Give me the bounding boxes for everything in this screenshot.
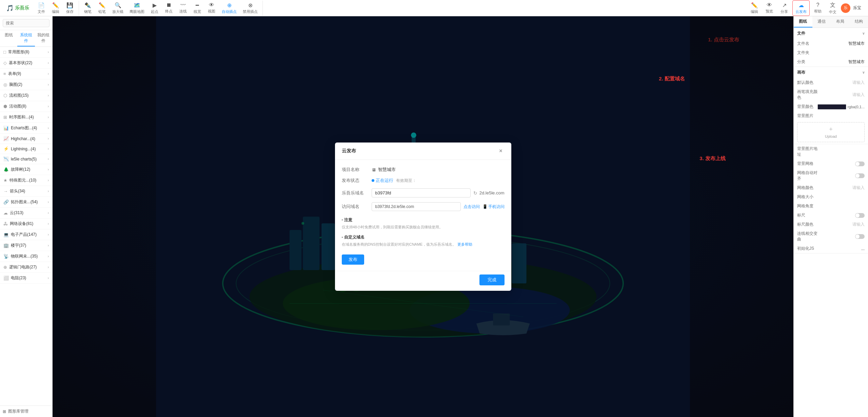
arrows-icon: → <box>3 189 8 194</box>
cloud-publish-button[interactable]: ☁ 云发布 <box>792 0 810 16</box>
sidebar-item-common-shapes[interactable]: □常用图形(8) › <box>0 47 52 58</box>
access-url-input[interactable] <box>372 202 461 211</box>
sidebar-item-topology[interactable]: 🔗拓扑图未...(54) › <box>0 197 52 208</box>
save-button[interactable]: 💾 保存 <box>63 1 77 16</box>
grid-align-toggle[interactable] <box>855 173 865 178</box>
mobile-link[interactable]: 📱 手机访问 <box>482 204 505 210</box>
building-icon: 🏢 <box>3 243 9 248</box>
note1-title: - 注意 <box>342 217 505 223</box>
publish-button[interactable]: 发布 <box>342 254 364 265</box>
view-label: 视图 <box>208 9 215 14</box>
sidebar-item-highcharts[interactable]: 📈Highchar...(4) › <box>0 134 52 144</box>
auto-insert-button[interactable]: ⊕ 自动插点 <box>219 1 239 16</box>
sidebar-item-arrows[interactable]: →箭头(34) › <box>0 186 52 197</box>
modal-close-button[interactable]: × <box>497 147 504 155</box>
sidebar-item-mind-map[interactable]: ◎脑图(2) › <box>0 79 52 90</box>
chevron-icon-12: › <box>48 168 49 171</box>
disable-insert-label: 禁用插点 <box>243 9 258 14</box>
language-button[interactable]: 文 中文 <box>826 0 840 16</box>
ruler-row: 标尺 <box>794 211 868 220</box>
preview-button[interactable]: 👁 预览 <box>763 1 776 15</box>
view-button[interactable]: 👁 视图 <box>205 1 218 15</box>
plus-icon: + <box>829 126 833 133</box>
map-button[interactable]: 🗺️ 鹰眼地图 <box>127 1 147 16</box>
sidebar-item-lightning[interactable]: ⚡Lightning...(4) › <box>0 144 52 154</box>
line-curve-toggle[interactable] <box>855 234 865 239</box>
tab-system-components[interactable]: 系统组件 <box>17 30 35 46</box>
file-section-chevron: ∨ <box>862 32 865 35</box>
access-link[interactable]: 点击访问 <box>463 204 480 210</box>
project-name-label: 项目名称 <box>342 167 369 173</box>
zoom-icon: 🔍 <box>115 2 121 8</box>
chevron-icon-3: › <box>48 72 49 76</box>
refresh-icon[interactable]: ↻ <box>473 190 477 196</box>
connect-button[interactable]: 〰 连线 <box>176 1 190 15</box>
edit-icon: ✏️ <box>52 2 59 8</box>
sidebar-item-echarts[interactable]: 📊Echarts图...(4) › <box>0 123 52 134</box>
bg-grid-toggle[interactable] <box>855 162 865 166</box>
bg-color-swatch[interactable] <box>817 104 846 110</box>
resistor-icon: ⬜ <box>3 276 9 281</box>
sidebar-item-flowchart[interactable]: ⬡流程图(15) › <box>0 90 52 101</box>
search-input[interactable] <box>3 19 50 27</box>
echarts-icon: 📊 <box>3 126 9 131</box>
line-curve-row: 连线相交变曲 <box>794 229 868 244</box>
sidebar-item-forms[interactable]: ≡表单(9) › <box>0 69 52 79</box>
pen-button[interactable]: ✒️ 钢笔 <box>81 1 95 16</box>
chevron-icon-19: › <box>48 244 49 247</box>
disable-insert-button[interactable]: ⊗ 禁用插点 <box>240 1 260 16</box>
sidebar-item-activity[interactable]: ⬢活动图(8) › <box>0 101 52 112</box>
chevron-icon-4: › <box>48 83 49 87</box>
domain-input[interactable] <box>372 188 471 197</box>
sidebar-item-cloud[interactable]: ☁云(313) › <box>0 208 52 219</box>
start-button[interactable]: ▶ 起点 <box>148 1 161 16</box>
basic-shapes-icon: ◇ <box>3 60 7 65</box>
more-help-link[interactable]: 更多帮助 <box>457 242 472 246</box>
right-tab-communication[interactable]: 通信 <box>812 16 831 27</box>
user-avatar[interactable]: 乐 <box>841 3 850 13</box>
edit-button[interactable]: ✏️ 编辑 <box>49 1 62 16</box>
canvas-section-header[interactable]: 画布 ∨ <box>794 67 868 78</box>
publish-button-area: 发布 <box>342 254 505 265</box>
edit-right-button[interactable]: ✏️ 编辑 <box>748 1 761 16</box>
sidebar-item-fault-tree[interactable]: 🌲故障树(12) › <box>0 164 52 175</box>
tab-my-components[interactable]: 我的组件 <box>35 30 52 46</box>
sidebar-item-sequence[interactable]: ⊞时序图和...(4) › <box>0 112 52 123</box>
ruler-toggle[interactable] <box>855 213 865 218</box>
file-label: 文件 <box>38 9 45 14</box>
fault-tree-icon: 🌲 <box>3 167 9 172</box>
sidebar-item-electronics[interactable]: 💻电子产品(147) › <box>0 229 52 240</box>
note2-text: 在域名服务商的DNS控制台设置好对应的CNAME，值为乐吾乐域名。 更多帮助 <box>342 242 505 248</box>
sidebar-item-resistor[interactable]: ⬜电阻(23) › <box>0 273 52 284</box>
user-name[interactable]: 乐宝 <box>852 5 863 11</box>
right-tab-drawings[interactable]: 图纸 <box>794 16 812 27</box>
upload-button[interactable]: + Upload <box>797 122 865 142</box>
sidebar-item-le5le-charts[interactable]: 📉le5le charts(5) › <box>0 154 52 164</box>
sidebar-item-logic-gates[interactable]: ⊕逻辑门电路(27) › <box>0 262 52 273</box>
help-button[interactable]: ? 帮助 <box>811 1 825 15</box>
step2-annotation: 2. 配置域名 <box>659 76 685 82</box>
share-button[interactable]: ↗ 分享 <box>777 1 791 16</box>
right-tab-structure[interactable]: 结构 <box>849 16 868 27</box>
sidebar-item-basic-shapes[interactable]: ◇基本形状(22) › <box>0 58 52 69</box>
sidebar-tabs: 图纸 系统组件 我的组件 <box>0 30 52 47</box>
zoom-button[interactable]: 🔍 放大镜 <box>110 1 126 16</box>
done-button[interactable]: 完成 <box>479 274 505 285</box>
bg-image-section: 背景图片地址 背景网格 网格自动对齐 网格颜色 请输入 网格大小 <box>794 144 868 253</box>
share-icon: ↗ <box>782 2 787 8</box>
linewidth-button[interactable]: ━ 线宽 <box>191 1 204 16</box>
file-section-header[interactable]: 文件 ∨ <box>794 28 868 39</box>
sidebar-item-iot[interactable]: 📡物联网未...(35) › <box>0 251 52 262</box>
tab-drawings[interactable]: 图纸 <box>0 30 17 46</box>
file-button[interactable]: 📄 文件 <box>35 1 48 16</box>
sidebar-item-network[interactable]: 🖧网络设备(81) › <box>0 219 52 229</box>
pencil-button[interactable]: ✏️ 铅笔 <box>95 1 109 16</box>
linewidth-icon: ━ <box>196 2 199 8</box>
sidebar-item-building[interactable]: 🏢楼宇(37) › <box>0 240 52 251</box>
app-logo[interactable]: 🎵 乐吾乐 <box>3 4 33 12</box>
logic-gates-icon: ⊕ <box>3 265 7 270</box>
sidebar-item-special[interactable]: ★特殊图元...(10) › <box>0 175 52 186</box>
right-tab-layout[interactable]: 布局 <box>831 16 850 27</box>
end-button[interactable]: ⏹ 终点 <box>162 1 176 15</box>
library-manager-button[interactable]: ⊞ 图形库管理 <box>0 405 52 417</box>
